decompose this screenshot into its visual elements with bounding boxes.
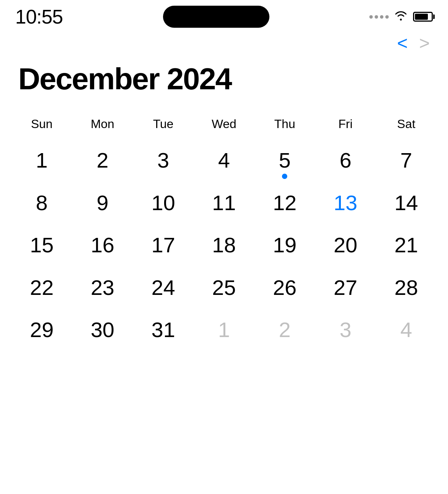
- day-cell-11[interactable]: 11: [194, 185, 255, 228]
- signal-icon: [369, 15, 389, 19]
- day-number: 8: [36, 191, 47, 215]
- wifi-icon: [394, 10, 408, 24]
- day-number: 3: [157, 149, 169, 172]
- day-number: 26: [273, 276, 296, 299]
- day-number: 17: [151, 233, 175, 257]
- day-header-thu: Thu: [254, 109, 315, 142]
- day-cell-2[interactable]: 2: [72, 142, 133, 185]
- day-cell-1[interactable]: 1: [11, 142, 72, 185]
- event-dot-placeholder: [161, 343, 166, 348]
- event-dot-placeholder: [161, 258, 166, 264]
- day-number: 21: [394, 233, 418, 257]
- day-cell-4[interactable]: 4: [194, 142, 255, 185]
- day-number: 2: [279, 318, 291, 342]
- day-number: 10: [151, 191, 175, 215]
- day-cell-21[interactable]: 21: [376, 227, 437, 270]
- prev-month-button[interactable]: <: [397, 34, 408, 52]
- day-cell-30[interactable]: 30: [72, 312, 133, 355]
- event-dot-placeholder: [221, 258, 226, 264]
- event-dot-placeholder: [100, 174, 105, 179]
- day-cell-2-next[interactable]: 2: [254, 312, 315, 355]
- event-dot-placeholder: [100, 258, 105, 264]
- day-number: 4: [218, 149, 230, 172]
- event-dot-placeholder: [161, 301, 166, 306]
- day-cell-23[interactable]: 23: [72, 270, 133, 312]
- event-dot-placeholder: [343, 343, 348, 348]
- day-number: 15: [30, 233, 54, 257]
- day-number: 25: [212, 276, 236, 299]
- day-cell-22[interactable]: 22: [11, 270, 72, 312]
- day-number: 19: [273, 233, 296, 257]
- event-dot-placeholder: [404, 301, 409, 306]
- day-cell-7[interactable]: 7: [376, 142, 437, 185]
- day-number: 2: [97, 149, 108, 172]
- day-cell-20[interactable]: 20: [315, 227, 376, 270]
- day-cell-5[interactable]: 5: [254, 142, 315, 185]
- day-cell-29[interactable]: 29: [11, 312, 72, 355]
- day-number: 12: [273, 191, 296, 215]
- day-number: 23: [91, 276, 114, 299]
- day-cell-3-next[interactable]: 3: [315, 312, 376, 355]
- status-bar: 10:55: [0, 0, 448, 30]
- day-cell-13[interactable]: 13: [315, 185, 376, 228]
- day-number: 7: [400, 149, 412, 172]
- event-dot-placeholder: [404, 216, 409, 221]
- event-dot-placeholder: [343, 174, 348, 179]
- event-dot-placeholder: [282, 258, 287, 264]
- day-cell-6[interactable]: 6: [315, 142, 376, 185]
- event-dot-placeholder: [221, 343, 226, 348]
- day-number: 29: [30, 318, 54, 342]
- day-cell-8[interactable]: 8: [11, 185, 72, 228]
- day-number: 6: [340, 149, 351, 172]
- day-cell-15[interactable]: 15: [11, 227, 72, 270]
- day-cell-25[interactable]: 25: [194, 270, 255, 312]
- day-cell-18[interactable]: 18: [194, 227, 255, 270]
- day-cell-16[interactable]: 16: [72, 227, 133, 270]
- event-dot-placeholder: [39, 174, 44, 179]
- event-dot-placeholder: [161, 174, 166, 179]
- day-number: 5: [279, 149, 291, 172]
- day-number: 9: [97, 191, 108, 215]
- day-number: 4: [400, 318, 412, 342]
- day-number: 28: [394, 276, 418, 299]
- day-cell-31[interactable]: 31: [133, 312, 194, 355]
- day-cell-19[interactable]: 19: [254, 227, 315, 270]
- day-number: 11: [212, 191, 236, 215]
- day-cell-27[interactable]: 27: [315, 270, 376, 312]
- status-time: 10:55: [15, 5, 63, 28]
- event-dot-placeholder: [282, 343, 287, 348]
- day-header-fri: Fri: [315, 109, 376, 142]
- day-cell-17[interactable]: 17: [133, 227, 194, 270]
- day-number: 3: [340, 318, 351, 342]
- event-dot-placeholder: [221, 216, 226, 221]
- day-number: 1: [36, 149, 47, 172]
- day-cell-10[interactable]: 10: [133, 185, 194, 228]
- event-dot-placeholder: [404, 174, 409, 179]
- status-icons: [369, 10, 433, 24]
- day-cell-14[interactable]: 14: [376, 185, 437, 228]
- event-dot-placeholder: [161, 216, 166, 221]
- day-cell-12[interactable]: 12: [254, 185, 315, 228]
- calendar-container: SunMonTueWedThuFriSat1234567891011121314…: [0, 102, 448, 366]
- day-cell-28[interactable]: 28: [376, 270, 437, 312]
- month-navigation: < >: [0, 30, 448, 52]
- day-number: 27: [334, 276, 357, 299]
- day-header-tue: Tue: [133, 109, 194, 142]
- event-dot-placeholder: [39, 258, 44, 264]
- event-dot-placeholder: [343, 258, 348, 264]
- day-cell-3[interactable]: 3: [133, 142, 194, 185]
- day-cell-24[interactable]: 24: [133, 270, 194, 312]
- day-number: 20: [334, 233, 357, 257]
- day-cell-1-next[interactable]: 1: [194, 312, 255, 355]
- next-month-button[interactable]: >: [419, 34, 430, 52]
- event-dot-placeholder: [282, 216, 287, 221]
- day-cell-4-next[interactable]: 4: [376, 312, 437, 355]
- day-number: 30: [91, 318, 114, 342]
- event-dot: [282, 174, 287, 179]
- day-cell-26[interactable]: 26: [254, 270, 315, 312]
- day-cell-9[interactable]: 9: [72, 185, 133, 228]
- day-number: 22: [30, 276, 54, 299]
- dynamic-island: [163, 6, 269, 28]
- day-number: 13: [334, 191, 357, 215]
- day-header-wed: Wed: [194, 109, 255, 142]
